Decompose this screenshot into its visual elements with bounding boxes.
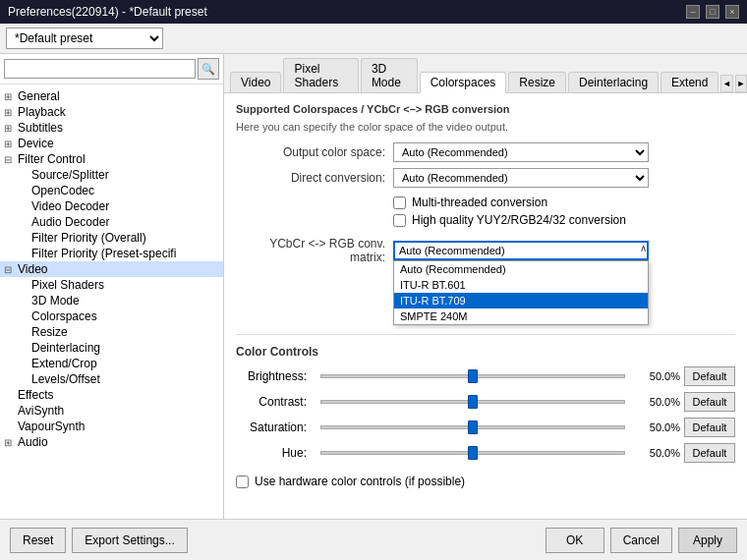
main-container: *Default preset 🔍 ⊞ General ⊞ Playback ⊞ [0,24,747,560]
tree-item-vapoursynth[interactable]: VapourSynth [0,419,223,434]
tree-view: ⊞ General ⊞ Playback ⊞ Subtitles ⊞ Devic… [0,84,223,519]
tree-item-deinterlacing[interactable]: Deinterlacing [0,340,223,356]
saturation-row: Saturation: 50.0% Default [236,418,735,437]
ycbcr-option-auto[interactable]: Auto (Recommended) [394,261,648,277]
brightness-value: 50.0% [631,370,680,382]
hue-default-button[interactable]: Default [684,443,735,463]
bottom-bar: Reset Export Settings... OK Cancel Apply [0,519,747,560]
contrast-row: Contrast: 50.0% Default [236,392,735,412]
tree-item-playback[interactable]: ⊞ Playback [0,104,223,120]
sidebar: 🔍 ⊞ General ⊞ Playback ⊞ Subtitles ⊞ Dev… [0,54,224,519]
tab-deinterlacing[interactable]: Deinterlacing [568,72,659,92]
expand-icon: ⊞ [4,139,18,149]
output-color-space-label: Output color space: [236,145,393,159]
title-bar: Preferences(220914) - *Default preset – … [0,0,747,24]
saturation-label: Saturation: [236,420,315,434]
ycbcr-matrix-dropdown[interactable]: Auto (Recommended) ∧ Auto (Recommended) … [393,241,649,260]
multi-threaded-checkbox[interactable] [393,196,406,209]
hardware-row: Use hardware color controls (if possible… [236,469,735,488]
contrast-slider[interactable] [320,400,625,404]
ycbcr-option-bt709[interactable]: ITU-R BT.709 [394,293,648,308]
ok-button[interactable]: OK [546,528,604,553]
ycbcr-matrix-value[interactable]: Auto (Recommended) ∧ [393,241,649,260]
tab-colorspaces[interactable]: Colorspaces [420,72,507,93]
tree-item-filter-priority-preset[interactable]: Filter Priority (Preset-specifi [0,246,223,261]
high-quality-label: High quality YUY2/RGB24/32 conversion [412,213,626,227]
tree-item-levels-offset[interactable]: Levels/Offset [0,371,223,387]
ycbcr-option-smpte[interactable]: SMPTE 240M [394,308,648,324]
saturation-slider[interactable] [320,425,625,429]
expand-icon: ⊞ [4,91,18,102]
contrast-value: 50.0% [631,396,680,408]
section-subtitle: Here you can specify the color space of … [236,121,735,133]
right-panel: Video Pixel Shaders 3D Mode Colorspaces … [224,54,747,519]
section-title: Supported Colorspaces / YCbCr <–> RGB co… [236,103,735,115]
close-button[interactable]: × [725,5,739,19]
expand-icon: ⊟ [4,264,18,275]
brightness-row: Brightness: 50.0% Default [236,366,735,386]
bottom-left: Reset Export Settings... [10,528,188,553]
minimize-button[interactable]: – [686,5,700,19]
multi-threaded-label: Multi-threaded conversion [412,196,547,209]
expand-icon: ⊞ [4,437,18,448]
direct-conversion-select[interactable]: Auto (Recommended) [393,168,649,188]
tree-item-colorspaces[interactable]: Colorspaces [0,308,223,324]
tab-video[interactable]: Video [230,72,281,92]
tree-item-video[interactable]: ⊟ Video [0,261,223,277]
tree-item-pixel-shaders[interactable]: Pixel Shaders [0,277,223,293]
tab-nav-right[interactable]: ► [735,75,747,92]
tree-item-effects[interactable]: Effects [0,387,223,403]
apply-button[interactable]: Apply [678,528,737,553]
hardware-checkbox[interactable] [236,476,249,488]
tab-extend[interactable]: Extend [661,72,718,92]
tree-item-filter-control[interactable]: ⊟ Filter Control [0,151,223,167]
color-controls-title: Color Controls [236,345,735,359]
tree-item-subtitles[interactable]: ⊞ Subtitles [0,120,223,136]
contrast-label: Contrast: [236,395,315,409]
saturation-value: 50.0% [631,421,680,433]
high-quality-row: High quality YUY2/RGB24/32 conversion [236,211,735,229]
expand-icon: ⊞ [4,107,18,118]
tree-item-audio-decoder[interactable]: Audio Decoder [0,214,223,230]
output-color-space-select[interactable]: Auto (Recommended) [393,142,649,162]
saturation-default-button[interactable]: Default [684,418,735,437]
cancel-button[interactable]: Cancel [610,528,672,553]
export-settings-button[interactable]: Export Settings... [72,528,187,553]
direct-conversion-row: Direct conversion: Auto (Recommended) [236,168,735,188]
window-controls: – □ × [686,5,739,19]
high-quality-checkbox[interactable] [393,214,406,227]
contrast-default-button[interactable]: Default [684,392,735,412]
dropdown-arrow-icon: ∧ [640,243,647,253]
search-button[interactable]: 🔍 [198,58,219,80]
tab-pixel-shaders[interactable]: Pixel Shaders [283,58,358,92]
tree-item-video-decoder[interactable]: Video Decoder [0,198,223,214]
tree-item-resize[interactable]: Resize [0,324,223,340]
tree-item-extend-crop[interactable]: Extend/Crop [0,356,223,371]
search-bar: 🔍 [0,54,223,84]
tree-item-opencodec[interactable]: OpenCodec [0,183,223,198]
tab-nav-left[interactable]: ◄ [720,75,732,92]
reset-button[interactable]: Reset [10,528,66,553]
ycbcr-option-bt601[interactable]: ITU-R BT.601 [394,277,648,293]
preset-dropdown[interactable]: *Default preset [6,28,163,49]
hue-slider[interactable] [320,451,625,455]
hue-row: Hue: 50.0% Default [236,443,735,463]
tree-item-device[interactable]: ⊞ Device [0,136,223,151]
tree-item-general[interactable]: ⊞ General [0,88,223,104]
tab-3d-mode[interactable]: 3D Mode [361,58,418,92]
expand-icon: ⊟ [4,154,18,165]
brightness-slider[interactable] [320,374,625,378]
restore-button[interactable]: □ [706,5,719,19]
tree-item-filter-priority-overall[interactable]: Filter Priority (Overall) [0,230,223,246]
hue-value: 50.0% [631,447,680,459]
tree-item-3d-mode[interactable]: 3D Mode [0,293,223,308]
window-title: Preferences(220914) - *Default preset [8,5,207,19]
tree-item-audio[interactable]: ⊞ Audio [0,434,223,450]
search-input[interactable] [4,59,196,79]
brightness-default-button[interactable]: Default [684,366,735,386]
tree-item-source-splitter[interactable]: Source/Splitter [0,167,223,183]
multi-threaded-row: Multi-threaded conversion [236,194,735,211]
tab-resize[interactable]: Resize [508,72,566,92]
hardware-label: Use hardware color controls (if possible… [255,475,465,488]
tree-item-avisynth[interactable]: AviSynth [0,403,223,419]
